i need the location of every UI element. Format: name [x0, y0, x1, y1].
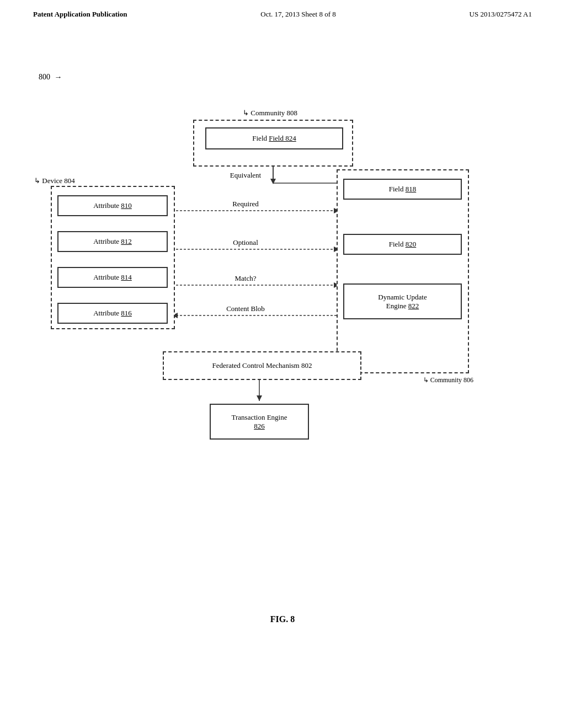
community-806-outer-box: Field 818 Field 820 Dynamic UpdateEngine… [337, 169, 469, 373]
svg-marker-16 [257, 395, 262, 401]
community-top-box: Field Field 824 [193, 120, 353, 167]
dynamic-update-engine-box: Dynamic UpdateEngine 822 [343, 283, 462, 319]
diagram-reference-label: 800 → [39, 73, 62, 82]
field-824-box: Field Field 824 [205, 127, 343, 149]
required-label: Required [190, 200, 301, 208]
optional-label: Optional [190, 238, 301, 247]
attribute-812-box: Attribute 812 [57, 231, 168, 252]
device-804-label: ↳ Device 804 [34, 176, 75, 185]
match-label: Match? [190, 274, 301, 283]
community-806-label: ↳ Community 806 [423, 376, 473, 384]
content-blob-label: Content Blob [190, 304, 301, 313]
transaction-engine-box: Transaction Engine826 [210, 404, 309, 440]
header-center: Oct. 17, 2013 Sheet 8 of 8 [260, 10, 335, 19]
equivalent-label: Equivalent [190, 171, 301, 180]
federated-control-box: Federated Control Mechanism 802 [163, 351, 361, 380]
field-818-box: Field 818 [343, 179, 462, 200]
field-820-box: Field 820 [343, 234, 462, 255]
diagram-svg [0, 23, 565, 657]
figure-label: FIG. 8 [270, 614, 295, 624]
attribute-814-box: Attribute 814 [57, 267, 168, 288]
header-right: US 2013/0275472 A1 [470, 10, 532, 19]
attribute-810-box: Attribute 810 [57, 195, 168, 216]
header-left: Patent Application Publication [33, 10, 127, 19]
community-808-label: ↳ Community 808 [243, 109, 297, 117]
diagram-container: 800 → [0, 23, 565, 657]
attribute-816-box: Attribute 816 [57, 303, 168, 324]
device-804-box: Attribute 810 Attribute 812 Attribute 81… [51, 186, 175, 329]
